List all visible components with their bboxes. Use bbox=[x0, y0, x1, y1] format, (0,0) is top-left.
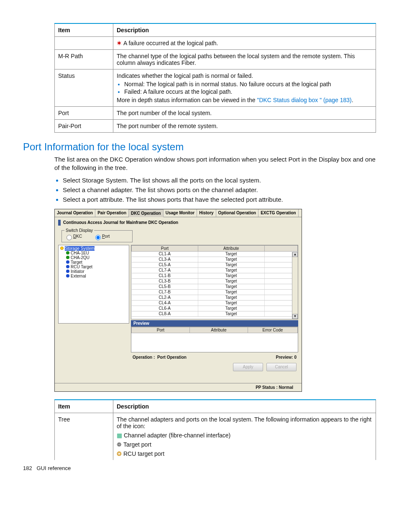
table-row[interactable]: CL7-BTarget bbox=[132, 289, 298, 295]
port-list[interactable]: Port Attribute CL1-ATargetCL3-ATargetCL5… bbox=[131, 245, 298, 319]
tab-bar: Journal Operation Pair Operation DKC Ope… bbox=[55, 209, 302, 217]
col-port[interactable]: Port bbox=[132, 245, 198, 251]
table-row[interactable]: CL1-ATarget bbox=[132, 251, 298, 257]
radio-port[interactable]: Port bbox=[93, 234, 110, 239]
table-row: Pair-Port The port number of the remote … bbox=[55, 120, 376, 133]
preview-count: Preview: 0 bbox=[276, 355, 297, 360]
th-desc: Description bbox=[113, 23, 376, 37]
node-icon bbox=[66, 270, 69, 273]
table-row[interactable]: CL2-ATarget bbox=[132, 295, 298, 300]
scroll-up-icon[interactable]: ▲ bbox=[292, 252, 298, 257]
scrollbar[interactable]: ▲ ▼ bbox=[292, 252, 298, 319]
scroll-down-icon[interactable]: ▼ bbox=[292, 314, 298, 319]
table-row[interactable]: CL6-ATarget bbox=[132, 306, 298, 311]
tree-item[interactable]: RCU Target bbox=[65, 265, 128, 269]
tree-item[interactable]: Target bbox=[65, 260, 128, 265]
pcol-attribute[interactable]: Attribute bbox=[189, 327, 248, 333]
section-bullets: Select Storage System. The list shows al… bbox=[63, 177, 376, 203]
table-row[interactable]: CL5-BTarget bbox=[132, 284, 298, 289]
tab-history[interactable]: History bbox=[197, 209, 216, 217]
folder-icon bbox=[60, 247, 64, 250]
table-row: Tree The channel adapters and ports on t… bbox=[55, 413, 376, 460]
table-row: Status Indicates whether the logical pat… bbox=[55, 69, 376, 107]
table-row: Port The port number of the local system… bbox=[55, 107, 376, 120]
tree-item[interactable]: CHA-1EU bbox=[65, 251, 128, 255]
tree-item[interactable]: Storage System bbox=[59, 246, 128, 251]
node-icon bbox=[66, 265, 69, 268]
description-table-2: Item Description Tree The channel adapte… bbox=[54, 399, 376, 460]
tree-item[interactable]: Initiator bbox=[65, 269, 128, 274]
col-blank[interactable] bbox=[264, 245, 297, 251]
dkc-status-link[interactable]: "DKC Status dialog box " (page 183) bbox=[257, 97, 351, 103]
radio-dkc[interactable]: DKC bbox=[64, 234, 82, 239]
table-row: M-R Path The channel type of the logical… bbox=[55, 50, 376, 69]
cancel-button[interactable]: Cancel bbox=[266, 363, 297, 371]
dkc-operation-window: Journal Operation Pair Operation DKC Ope… bbox=[54, 209, 302, 392]
description-table-1: Item Description A failure occurred at t… bbox=[54, 23, 376, 133]
node-icon bbox=[66, 260, 69, 264]
tab-pair-operation[interactable]: Pair Operation bbox=[95, 209, 129, 217]
error-icon bbox=[117, 40, 123, 46]
pcol-port[interactable]: Port bbox=[132, 327, 190, 333]
pcol-error[interactable]: Error Code bbox=[248, 327, 297, 333]
tab-dkc-operation[interactable]: DKC Operation bbox=[129, 209, 164, 217]
switch-display-group: Switch Display DKC Port bbox=[61, 228, 133, 242]
tree-view[interactable]: Storage SystemCHA-1EUCHA-2QUTargetRCU Ta… bbox=[58, 245, 129, 324]
tree-item[interactable]: External bbox=[65, 274, 128, 278]
tree-item[interactable]: CHA-2QU bbox=[65, 255, 128, 260]
tab-optional-operation[interactable]: Optional Operation bbox=[216, 209, 259, 217]
title-bar-icon bbox=[58, 220, 61, 226]
table-row: A failure occurred at the logical path. bbox=[55, 37, 376, 50]
section-para: The list area on the DKC Operation windo… bbox=[54, 155, 376, 172]
table-row[interactable]: CL3-BTarget bbox=[132, 278, 298, 284]
table-row[interactable]: CL3-ATarget bbox=[132, 257, 298, 262]
preview-header: Preview bbox=[131, 320, 298, 326]
tab-usage-monitor[interactable]: Usage Monitor bbox=[164, 209, 197, 217]
channel-adapter-icon bbox=[117, 432, 124, 439]
node-icon bbox=[66, 251, 69, 254]
table-row[interactable]: CL7-ATarget bbox=[132, 267, 298, 273]
apply-button[interactable]: Apply bbox=[233, 363, 263, 371]
tab-journal-operation[interactable]: Journal Operation bbox=[55, 209, 95, 217]
pp-status: PP Status : Normal bbox=[55, 383, 302, 391]
col-attribute[interactable]: Attribute bbox=[198, 245, 264, 251]
rcu-target-port-icon bbox=[117, 450, 123, 457]
panel-title: Continuous Access Journal for Mainframe … bbox=[55, 217, 302, 226]
th-item: Item bbox=[55, 23, 113, 37]
table-row[interactable]: CL1-BTarget bbox=[132, 273, 298, 278]
table-row[interactable]: CL5-ATarget bbox=[132, 262, 298, 267]
preview-list[interactable]: Port Attribute Error Code bbox=[131, 326, 298, 352]
table-row[interactable]: CL8-ATarget bbox=[132, 311, 298, 316]
node-icon bbox=[66, 256, 69, 259]
tab-exctg-operation[interactable]: EXCTG Operation bbox=[258, 209, 298, 217]
page-footer: 182 GUI reference bbox=[23, 465, 376, 471]
section-heading: Port Information for the local system bbox=[23, 141, 376, 153]
node-icon bbox=[66, 274, 69, 278]
operation-bar: Operation : Port Operation Preview: 0 bbox=[55, 354, 302, 360]
target-port-icon bbox=[117, 441, 123, 448]
table-row[interactable]: CL4-ATarget bbox=[132, 300, 298, 306]
